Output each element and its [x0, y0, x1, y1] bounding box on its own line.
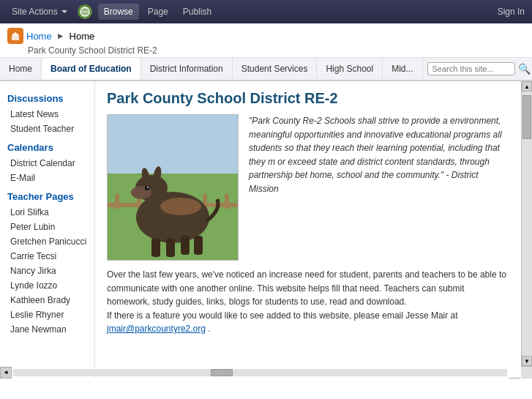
svg-rect-21 [166, 238, 175, 257]
content-inner: "Park County Re-2 Schools shall strive t… [107, 114, 509, 261]
right-scrollbar: ▲ ▼ [521, 81, 532, 366]
site-actions-arrow-icon [61, 10, 67, 13]
sidebar-link-latest-news[interactable]: Latest News [0, 107, 94, 122]
svg-rect-20 [151, 238, 160, 257]
page-body: Discussions Latest News Student Teacher … [0, 81, 532, 366]
svg-rect-22 [181, 236, 190, 255]
sidebar-link-leslie-rhyner[interactable]: Leslie Rhyner [0, 307, 94, 322]
paragraph1: Over the last few years, we've noticed a… [107, 268, 509, 309]
site-subtitle: Park County School District RE-2 [7, 45, 525, 56]
svg-marker-5 [12, 32, 19, 35]
sidebar-section-calendars[interactable]: Calendars [0, 136, 94, 156]
top-bar: Site Actions Browse Page Publish Sign In [0, 0, 532, 23]
sidebar-link-jane-newman[interactable]: Jane Newman [0, 322, 94, 337]
mission-quote: "Park County Re-2 Schools shall strive t… [249, 114, 509, 196]
sidebar-link-student-teacher[interactable]: Student Teacher [0, 122, 94, 136]
sidebar-section-teacher-pages[interactable]: Teacher Pages [0, 185, 94, 205]
sidebar-link-district-calendar[interactable]: District Calendar [0, 156, 94, 171]
scroll-track-vertical[interactable] [522, 92, 532, 356]
svg-point-24 [160, 198, 201, 215]
nav-tab-district[interactable]: District Information [141, 58, 233, 80]
nav-tab-home[interactable]: Home [0, 58, 42, 80]
breadcrumb: Home ► Home [7, 28, 525, 44]
scroll-track-horizontal[interactable] [13, 369, 507, 376]
sidebar-link-gretchen[interactable]: Gretchen Panicucci [0, 234, 94, 249]
svg-point-26 [147, 187, 149, 188]
bottom-text: Over the last few years, we've noticed a… [107, 268, 509, 336]
svg-point-25 [145, 186, 149, 190]
search-button[interactable]: 🔍 [518, 63, 531, 75]
site-actions-label: Site Actions [12, 7, 58, 17]
svg-rect-23 [194, 236, 203, 255]
svg-rect-14 [225, 194, 229, 209]
scroll-thumb-vertical[interactable] [522, 95, 531, 139]
page-heading: Park County School District RE-2 [107, 90, 509, 107]
nav-tab-board[interactable]: Board of Education [42, 58, 141, 81]
publish-button[interactable]: Publish [177, 4, 217, 20]
top-bar-left: Site Actions Browse Page Publish [7, 4, 217, 20]
sidebar-link-nancy-jirka[interactable]: Nancy Jirka [0, 264, 94, 278]
sidebar-section-discussions[interactable]: Discussions [0, 87, 94, 107]
scroll-thumb-horizontal[interactable] [211, 369, 233, 376]
nav-tab-mid[interactable]: Mid... [383, 58, 422, 80]
sidebar-link-kathleen-brady[interactable]: Kathleen Brady [0, 293, 94, 307]
svg-rect-9 [115, 194, 119, 209]
sign-in-link[interactable]: Sign In [498, 7, 525, 17]
home-icon [7, 28, 23, 44]
globe-icon [78, 4, 92, 19]
main-nav: Home Board of Education District Informa… [0, 58, 532, 81]
scroll-down-button[interactable]: ▼ [522, 356, 532, 366]
sidebar-link-email[interactable]: E-Mail [0, 171, 94, 185]
sidebar-link-lynde-iozzo[interactable]: Lynde Iozzo [0, 278, 94, 293]
scroll-corner [520, 367, 532, 379]
search-input[interactable] [427, 62, 515, 75]
content-area: Discussions Latest News Student Teacher … [0, 81, 521, 378]
scroll-up-button[interactable]: ▲ [522, 81, 532, 92]
site-actions-button[interactable]: Site Actions [7, 4, 72, 20]
breadcrumb-sep: ► [56, 31, 65, 41]
breadcrumb-home[interactable]: Home [26, 31, 52, 42]
svg-rect-7 [108, 115, 238, 174]
sidebar-link-peter-lubin[interactable]: Peter Lubin [0, 220, 94, 234]
browse-button[interactable]: Browse [98, 4, 139, 20]
sidebar-link-carrie-tecsi[interactable]: Carrie Tecsi [0, 249, 94, 264]
main-content: Park County School District RE-2 [95, 81, 521, 378]
text-block: "Park County Re-2 Schools shall strive t… [249, 114, 509, 261]
breadcrumb-area: Home ► Home Park County School District … [0, 23, 532, 58]
email-link[interactable]: jmair@parkcountyre2.org [107, 324, 206, 334]
svg-rect-4 [12, 35, 19, 40]
nav-tab-student-services[interactable]: Student Services [233, 58, 318, 80]
page-button[interactable]: Page [142, 4, 174, 20]
search-area: 🔍 Curri… [423, 58, 533, 80]
paragraph2: If there is a feature you would like to … [107, 309, 509, 336]
donkey-image [107, 114, 239, 261]
sidebar: Discussions Latest News Student Teacher … [0, 81, 95, 378]
nav-tab-high-school[interactable]: High School [317, 58, 383, 80]
sidebar-link-lori-slifka[interactable]: Lori Slifka [0, 205, 94, 220]
scroll-left-button[interactable]: ◄ [0, 367, 12, 379]
breadcrumb-current: Home [70, 31, 95, 42]
